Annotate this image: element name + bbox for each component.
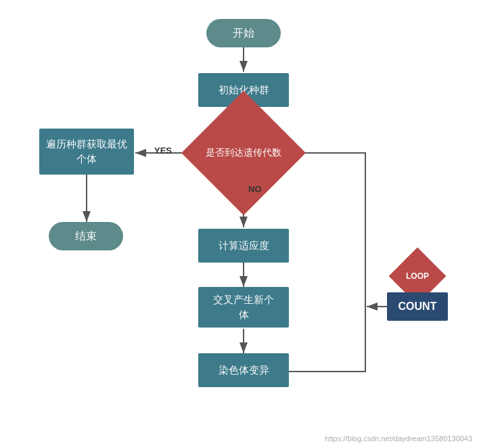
traverse-node: 遍历种群获取最优 个体 (39, 129, 134, 175)
watermark: https://blog.csdn.net/daydream1358013004… (325, 434, 472, 443)
loop-container: LOOP (397, 256, 438, 296)
decision-container: 是否到达遗传代数 (200, 109, 288, 197)
loop-text: LOOP (406, 271, 429, 282)
end-node: 结束 (49, 222, 123, 250)
calc-node: 计算适应度 (198, 229, 289, 263)
count-node: COUNT (387, 292, 448, 321)
start-node: 开始 (206, 19, 281, 47)
decision-text: 是否到达遗传代数 (206, 146, 281, 160)
no-label: NO (248, 184, 262, 194)
flowchart: 开始 初始化种群 是否到达遗传代数 YES NO 遍历种群获取最优 个体 结束 … (0, 0, 479, 448)
cross-node: 交叉产生新个 体 (198, 287, 289, 328)
mutate-node: 染色体变异 (198, 353, 289, 387)
yes-label: YES (154, 145, 172, 156)
